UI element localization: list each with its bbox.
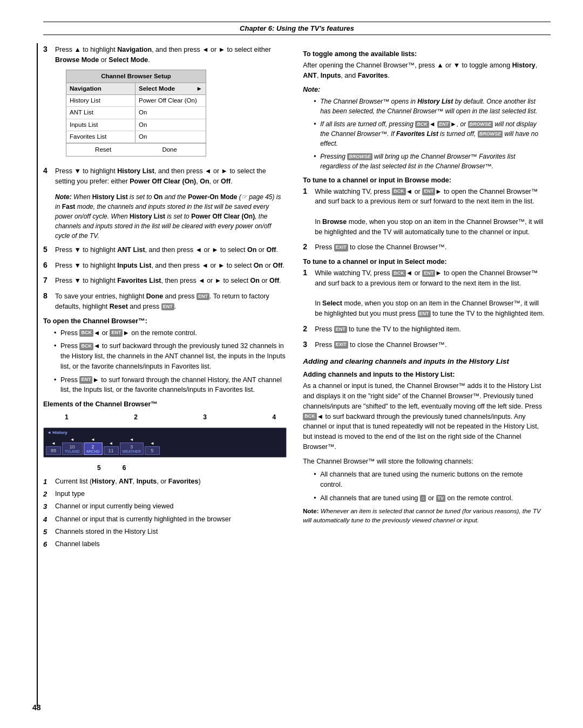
open-browser-heading: To open the Channel Browser™: [43, 317, 287, 325]
select-mode-heading: To tune to a channel or input in Select … [303, 258, 546, 266]
table-row: Inputs List On [66, 119, 206, 131]
final-note: Note: Whenever an item is selected that … [303, 507, 546, 526]
step-6: 6 Press ▼ to highlight Inputs List, and … [43, 261, 287, 271]
browse-step-2-content: Press EXIT to close the Channel Browser™… [315, 242, 546, 253]
bck-icon6: BCK [303, 413, 317, 420]
ent-button-icon2: ENT [161, 303, 174, 311]
bck-icon4: BCK [392, 188, 406, 195]
page-number: 48 [32, 703, 41, 712]
callout-item-5: 5 Channels stored in the History List [43, 527, 287, 537]
step-3-content: Press ▲ to highlight Navigation, and the… [55, 45, 287, 161]
home-icon: ⌂ [420, 495, 426, 502]
table-col2-header: Select Mode ► [135, 83, 206, 94]
exit-icon2: EXIT [334, 341, 348, 349]
chapter-header-text: Chapter 6: Using the TV's features [240, 24, 354, 32]
step-7-content: Press ▼ to highlight Favorites List, the… [55, 276, 287, 286]
bullet-item: Press BCK◄ or ENT► on the remote control… [54, 328, 287, 338]
bullet-item: Press BCK◄ to surf backward through the … [54, 341, 287, 371]
table-cell: Power Off Clear (On) [135, 95, 206, 106]
adding-channels-subheading: Adding channels and inputs to the Histor… [303, 371, 546, 378]
browse-mode-heading: To tune to a channel or input in Browse … [303, 176, 546, 184]
page-border-bar [37, 43, 38, 706]
callout-item-3: 3 Channel or input currently being viewe… [43, 502, 287, 512]
toggle-notes: The Channel Browser™ opens in History Li… [314, 97, 546, 171]
select-step-3-num: 3 [303, 340, 310, 349]
table-cell: Favorites List [66, 131, 135, 142]
table-col1-header: Navigation [66, 83, 135, 94]
table-title: Channel Browser Setup [66, 70, 206, 83]
select-step-3-content: Press EXIT to close the Channel Browser™… [315, 340, 546, 350]
callout-num-6: 6 [43, 540, 51, 549]
callout-num-5: 5 [43, 527, 51, 537]
store-bullet-1: All channels that are tuned using the nu… [314, 470, 546, 490]
select-step-2: 2 Press ENT to tune the TV to the highli… [303, 324, 546, 335]
tv-icon: TV [436, 495, 446, 502]
step-7-number: 7 [43, 276, 51, 284]
toggle-note-2: If all lists are turned off, pressing BC… [314, 119, 546, 148]
callout-text-3: Channel or input currently being viewed [55, 502, 174, 512]
table-row: ANT List On [66, 107, 206, 119]
adding-channels-text: As a channel or input is tuned, the Chan… [303, 381, 546, 452]
ent-icon4: ENT [422, 188, 435, 195]
select-step-2-content: Press ENT to tune the TV to the highligh… [315, 324, 546, 335]
browse-icon2: BROWSE [478, 131, 503, 138]
step-3-number: 3 [43, 45, 51, 53]
toggle-note-1: The Channel Browser™ opens in History Li… [314, 97, 546, 116]
callout-num-4: 4 [43, 515, 51, 525]
table-header: Navigation Select Mode ► [66, 83, 206, 95]
select-step-1-content: While watching TV, press BCK◄ or ENT► to… [315, 268, 546, 319]
callout-num-2: 2 [43, 489, 51, 499]
diag-num-2: 2 [134, 413, 138, 421]
callout-text-6: Channel labels [55, 540, 100, 549]
callout-text-2: Input type [55, 489, 85, 499]
step-8-number: 8 [43, 291, 51, 300]
ent-icon7: ENT [334, 326, 347, 334]
table-footer: Reset Done [66, 143, 206, 156]
step-6-number: 6 [43, 261, 51, 269]
store-bullets: All channels that are tuned using the nu… [314, 470, 546, 503]
diag-num-1: 1 [65, 413, 69, 421]
table-cell: History List [66, 95, 135, 106]
history-label: ◄ History [47, 430, 67, 435]
callout-text-1: Current list (History, ANT, Inputs, or F… [55, 477, 201, 487]
callout-item-6: 6 Channel labels [43, 540, 287, 549]
step-4-number: 4 [43, 166, 51, 175]
browse-step-1-content: While watching TV, press BCK◄ or ENT► to… [315, 187, 546, 237]
ent-icon2: ENT [79, 376, 92, 384]
callout-item-1: 1 Current list (History, ANT, Inputs, or… [43, 477, 287, 487]
ent-icon6: ENT [418, 310, 431, 318]
table-cell: On [135, 131, 206, 142]
step-4-content: Press ▼ to highlight History List, and t… [55, 166, 287, 187]
channel-browser-diagram: ◄ History ◄ 88 ◄ 10 TVLAND [43, 427, 287, 458]
bck-icon5: BCK [392, 270, 406, 277]
table-row: History List Power Off Clear (On) [66, 95, 206, 107]
table-cell: Inputs List [66, 119, 135, 131]
step-5-number: 5 [43, 245, 51, 254]
step-8: 8 To save your entries, highlight Done a… [43, 291, 287, 312]
step-5-content: Press ▼ to highlight ANT List, and then … [55, 245, 287, 255]
select-step-1-num: 1 [303, 268, 310, 277]
diag-num-4: 4 [272, 413, 276, 421]
step-5: 5 Press ▼ to highlight ANT List, and the… [43, 245, 287, 255]
note-block-history: Note: When History List is set to On and… [55, 192, 287, 241]
table-reset-btn: Reset [95, 145, 111, 154]
table-row: Favorites List On [66, 131, 206, 143]
open-browser-bullets: Press BCK◄ or ENT► on the remote control… [54, 328, 287, 396]
table-cell: On [135, 119, 206, 131]
callout-item-4: 4 Channel or input that is currently hig… [43, 515, 287, 525]
channel-browser-diagram-wrapper: 1 2 3 4 ◄ History ◄ 88 ◄ [43, 413, 287, 472]
exit-icon: EXIT [334, 244, 348, 251]
diag-num-5: 5 [97, 464, 101, 472]
left-column: 3 Press ▲ to highlight Navigation, and t… [43, 45, 287, 553]
browse-icon3: BROWSE [347, 153, 372, 161]
note-label: Note: [303, 86, 320, 93]
content-columns: 3 Press ▲ to highlight Navigation, and t… [43, 45, 551, 553]
callout-text-4: Channel or input that is currently highl… [55, 515, 231, 525]
table-cell: ANT List [66, 107, 135, 118]
browse-icon: BROWSE [468, 121, 493, 128]
store-text: The Channel Browser™ will store the foll… [303, 457, 546, 467]
toggle-heading: To toggle among the available lists: [303, 50, 546, 58]
toggle-note-3: Pressing BROWSE will bring up the Channe… [314, 152, 546, 171]
select-step-1: 1 While watching TV, press BCK◄ or ENT► … [303, 268, 546, 319]
page-container: Chapter 6: Using the TV's features 3 Pre… [0, 0, 583, 728]
